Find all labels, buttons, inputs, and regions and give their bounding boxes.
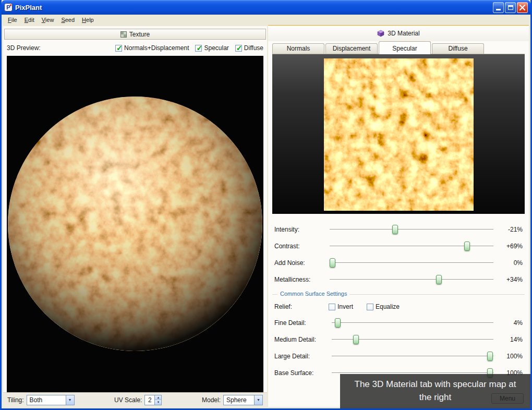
- option-normals-displacement[interactable]: Normals+Displacement: [115, 44, 189, 52]
- menu-help[interactable]: Help: [78, 16, 98, 24]
- slider-groove: [332, 356, 493, 357]
- material-panel-title: 3D Material: [388, 30, 419, 37]
- texture-icon: [120, 31, 127, 38]
- caption-overlay: The 3D Material tab with specular map at…: [340, 374, 530, 408]
- cube-icon: [377, 30, 384, 37]
- intensity-label: Intensity:: [274, 226, 327, 233]
- tiling-label: Tiling:: [7, 396, 24, 404]
- fine-detail-label: Fine Detail:: [274, 319, 329, 327]
- add-noise-label: Add Noise:: [274, 259, 327, 267]
- metallicness-slider[interactable]: [330, 274, 493, 285]
- uv-scale-up-icon[interactable]: ▲: [155, 395, 161, 401]
- tab-specular[interactable]: Specular: [379, 41, 431, 54]
- texture-bottom-bar: Tiling: Both ▼ UV Scale: 2 ▲ ▼ Model:: [3, 392, 267, 407]
- slider-groove: [330, 279, 493, 280]
- option-invert[interactable]: Invert: [329, 303, 353, 310]
- model-dropdown[interactable]: Sphere ▼: [223, 395, 263, 405]
- menu-view[interactable]: View: [38, 16, 58, 24]
- material-panel: 3D Material Normals Displacement Specula…: [268, 24, 529, 407]
- tab-diffuse[interactable]: Diffuse: [432, 43, 484, 54]
- specular-checkbox[interactable]: [195, 45, 202, 52]
- restore-button[interactable]: [505, 2, 516, 13]
- fine-detail-slider-knob[interactable]: [335, 318, 341, 328]
- svg-text:P: P: [6, 4, 10, 10]
- option-label: Invert: [337, 303, 353, 310]
- specular-map-image: [324, 58, 474, 211]
- texture-panel-header[interactable]: Texture: [4, 29, 266, 40]
- fine-detail-slider[interactable]: [332, 318, 493, 328]
- common-surface-settings-group: Common Surface Settings Relief: Invert E…: [272, 294, 525, 381]
- option-specular[interactable]: Specular: [195, 44, 228, 52]
- intensity-value: -21%: [497, 226, 523, 233]
- large-detail-slider[interactable]: [332, 351, 493, 361]
- tiling-dropdown-arrow-icon[interactable]: ▼: [66, 395, 74, 405]
- diffuse-checkbox[interactable]: [235, 45, 242, 52]
- caption-text: The 3D Material tab with specular map at…: [352, 378, 519, 404]
- restore-icon: [508, 5, 513, 10]
- specular-map-viewport[interactable]: [272, 54, 525, 214]
- intensity-row: Intensity: -21%: [268, 221, 529, 238]
- metallicness-value: +34%: [497, 276, 523, 283]
- option-label: Diffuse: [244, 44, 263, 52]
- slider-groove: [332, 372, 493, 373]
- large-detail-label: Large Detail:: [274, 353, 329, 360]
- add-noise-row: Add Noise: 0%: [268, 255, 529, 271]
- add-noise-slider[interactable]: [330, 258, 493, 268]
- large-detail-slider-knob[interactable]: [487, 352, 493, 361]
- option-label: Normals+Displacement: [124, 44, 189, 52]
- equalize-checkbox[interactable]: [367, 304, 373, 310]
- model-value: Sphere: [224, 395, 254, 405]
- slider-groove: [330, 262, 493, 263]
- tiling-dropdown[interactable]: Both ▼: [27, 395, 75, 405]
- menu-edit[interactable]: Edit: [21, 16, 38, 24]
- relief-label: Relief:: [274, 303, 329, 310]
- slider-groove: [332, 322, 493, 323]
- normals-displacement-checkbox[interactable]: [115, 45, 122, 52]
- uv-scale-label: UV Scale:: [114, 396, 142, 404]
- uv-scale-value[interactable]: 2: [145, 395, 154, 405]
- contrast-slider-knob[interactable]: [464, 242, 470, 251]
- option-equalize[interactable]: Equalize: [367, 303, 400, 310]
- large-detail-row: Large Detail: 100%: [272, 348, 525, 365]
- tab-displacement[interactable]: Displacement: [325, 43, 378, 54]
- material-panel-header: 3D Material: [268, 26, 529, 41]
- medium-detail-slider-knob[interactable]: [353, 335, 359, 344]
- relief-row: Relief: Invert Equalize: [272, 299, 525, 315]
- option-diffuse[interactable]: Diffuse: [235, 44, 263, 52]
- fine-detail-value: 4%: [497, 319, 523, 327]
- fine-detail-row: Fine Detail: 4%: [272, 315, 525, 331]
- model-dropdown-arrow-icon[interactable]: ▼: [254, 395, 262, 405]
- uv-scale-down-icon[interactable]: ▼: [155, 400, 161, 405]
- tab-normals[interactable]: Normals: [272, 43, 324, 54]
- menu-file[interactable]: File: [4, 16, 21, 24]
- metallicness-label: Metallicness:: [274, 276, 327, 283]
- minimize-icon: [496, 9, 501, 10]
- metallicness-row: Metallicness: +34%: [268, 271, 529, 288]
- preview-label: 3D Preview:: [7, 44, 41, 52]
- medium-detail-slider[interactable]: [332, 334, 493, 345]
- add-noise-value: 0%: [497, 259, 523, 267]
- contrast-row: Contrast: +69%: [268, 238, 529, 255]
- invert-checkbox[interactable]: [329, 304, 335, 310]
- menu-seed[interactable]: Seed: [57, 16, 78, 24]
- close-button[interactable]: [517, 2, 528, 13]
- intensity-slider[interactable]: [330, 224, 493, 235]
- medium-detail-label: Medium Detail:: [274, 336, 329, 343]
- 3d-preview-viewport[interactable]: [7, 56, 263, 392]
- intensity-slider-knob[interactable]: [392, 225, 398, 234]
- add-noise-slider-knob[interactable]: [330, 258, 335, 268]
- metallicness-slider-knob[interactable]: [436, 275, 442, 284]
- large-detail-value: 100%: [497, 353, 523, 360]
- preview-options-row: 3D Preview: Normals+Displacement Specula…: [7, 43, 263, 53]
- medium-detail-row: Medium Detail: 14%: [272, 331, 525, 348]
- app-logo-icon: P: [4, 3, 13, 11]
- model-label: Model:: [202, 396, 221, 404]
- menu-bar: File Edit View Seed Help: [3, 15, 529, 25]
- material-tabs: Normals Displacement Specular Diffuse: [272, 41, 525, 54]
- uv-scale-stepper[interactable]: 2 ▲ ▼: [144, 395, 162, 405]
- specular-sliders: Intensity: -21% Contrast: +69% Add Noise…: [268, 214, 529, 289]
- minimize-button[interactable]: [493, 2, 504, 13]
- contrast-slider[interactable]: [330, 241, 493, 251]
- title-bar[interactable]: P PixPlant: [2, 0, 530, 15]
- contrast-value: +69%: [497, 243, 523, 250]
